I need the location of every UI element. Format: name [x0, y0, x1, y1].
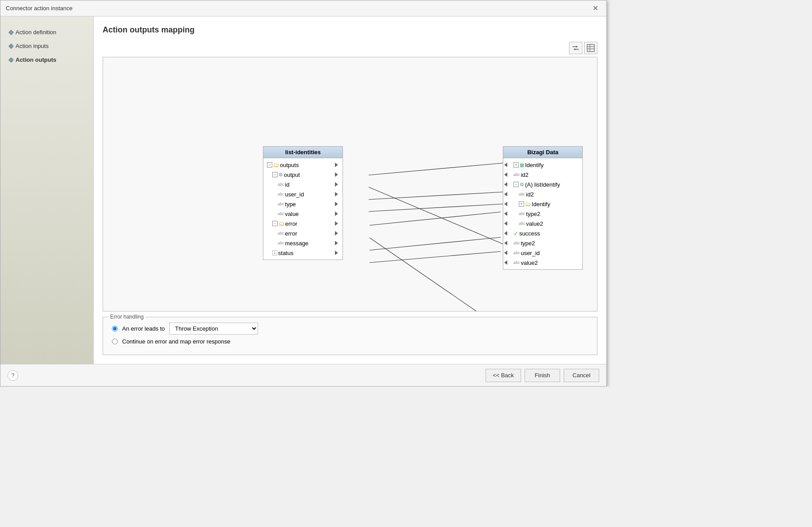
port-arrow — [335, 231, 338, 236]
row-content: abc value — [263, 211, 334, 217]
mapping-inner: list-identities − 🗂 outputs — [103, 57, 597, 311]
row-label: id2 — [521, 172, 528, 178]
port[interactable] — [503, 201, 508, 207]
port-arrow — [504, 202, 507, 206]
finish-button[interactable]: Finish — [525, 369, 560, 382]
expand-icon[interactable]: − — [272, 221, 278, 226]
num-icon: 1 — [272, 250, 277, 256]
abc-icon: abc — [278, 182, 284, 187]
expand-icon[interactable]: − — [272, 172, 278, 177]
table-row: abc type2 — [503, 238, 582, 248]
port[interactable] — [503, 221, 508, 226]
port-arrow — [504, 221, 507, 226]
table-row: abc value — [263, 209, 342, 219]
expand-icon[interactable]: − — [513, 182, 519, 187]
row-content: ✓ success — [510, 230, 579, 237]
svg-marker-3 — [573, 48, 575, 50]
svg-line-10 — [370, 237, 501, 250]
expand-icon[interactable]: − — [267, 162, 272, 168]
port-arrow — [335, 202, 338, 206]
row-content: abc id — [263, 181, 334, 188]
row-content: abc id2 — [510, 191, 579, 198]
row-label: error — [285, 230, 297, 237]
port[interactable] — [334, 240, 339, 246]
row-label: outputs — [280, 162, 299, 168]
port[interactable] — [334, 192, 339, 197]
row-label: type — [285, 201, 296, 208]
port[interactable] — [503, 211, 508, 216]
table-row: abc user_id — [263, 189, 342, 199]
title-bar: Connector action instance ✕ — [0, 0, 606, 16]
grid-icon: ▦ — [520, 162, 524, 168]
table-row: abc id — [263, 180, 342, 189]
main-content: Action outputs mapping — [94, 16, 606, 364]
left-table-header: list-identities — [263, 147, 342, 158]
table-row: ✓ success — [503, 228, 582, 238]
table-row: abc user_id — [503, 248, 582, 258]
port[interactable] — [503, 162, 508, 168]
port-arrow — [335, 192, 338, 196]
port[interactable] — [503, 192, 508, 197]
back-button[interactable]: << Back — [486, 369, 521, 382]
table-row: abc type2 — [503, 209, 582, 219]
abc-icon: abc — [519, 221, 525, 226]
cancel-button[interactable]: Cancel — [564, 369, 599, 382]
row-label: Identify — [532, 201, 550, 208]
row-content: abc value2 — [510, 220, 579, 227]
abc-icon: abc — [513, 172, 520, 177]
error-leads-to-radio[interactable] — [112, 326, 118, 331]
port[interactable] — [334, 221, 339, 226]
svg-line-14 — [369, 192, 503, 200]
port-arrow — [504, 182, 507, 187]
port[interactable] — [503, 250, 508, 256]
svg-line-8 — [370, 212, 501, 225]
port[interactable] — [503, 260, 508, 265]
table-row: + ▦ Identify — [503, 160, 582, 170]
table-row: abc id2 — [503, 170, 582, 180]
port[interactable] — [334, 211, 339, 216]
row-content: 1 status — [263, 250, 334, 256]
expand-icon[interactable]: + — [519, 201, 524, 207]
row-label: (A) listIdentify — [525, 181, 560, 188]
map-view-button[interactable] — [569, 42, 582, 54]
row-label: user_id — [521, 250, 540, 256]
footer-left: ? — [8, 370, 18, 381]
table-row: − 🗂 outputs — [263, 160, 342, 170]
help-button[interactable]: ? — [8, 370, 18, 381]
row-label: user_id — [285, 191, 304, 198]
row-content: abc type — [263, 201, 334, 208]
svg-line-12 — [369, 163, 503, 175]
port[interactable] — [334, 162, 339, 168]
row-label: Identify — [525, 162, 544, 168]
port[interactable] — [334, 201, 339, 207]
sidebar-item-action-inputs[interactable]: Action inputs — [0, 39, 93, 53]
page-title: Action outputs mapping — [103, 25, 597, 35]
port[interactable] — [334, 172, 339, 177]
row-content: abc value2 — [510, 260, 579, 266]
row-content: abc message — [263, 240, 334, 247]
table-row: abc value2 — [503, 219, 582, 228]
port[interactable] — [334, 231, 339, 236]
abc-icon: abc — [519, 212, 525, 216]
port[interactable] — [334, 250, 339, 256]
table-row: abc error — [263, 228, 342, 238]
close-button[interactable]: ✕ — [590, 3, 601, 13]
port[interactable] — [334, 182, 339, 187]
port-arrow — [335, 212, 338, 216]
port[interactable] — [503, 172, 508, 177]
table-view-button[interactable] — [584, 42, 597, 54]
port[interactable] — [503, 182, 508, 187]
row-content: abc error — [263, 230, 334, 237]
throw-exception-dropdown[interactable]: Throw Exception Continue on error — [169, 323, 258, 335]
continue-on-error-radio[interactable] — [112, 339, 118, 344]
dialog-title: Connector action instance — [6, 5, 72, 12]
port-arrow — [504, 192, 507, 196]
expand-icon[interactable]: + — [513, 162, 519, 168]
dropdown-wrapper: Throw Exception Continue on error — [169, 323, 258, 335]
sidebar-item-action-definition[interactable]: Action definition — [0, 25, 93, 39]
sidebar-item-action-outputs[interactable]: Action outputs — [0, 53, 93, 67]
port[interactable] — [503, 240, 508, 246]
port[interactable] — [503, 231, 508, 236]
port-arrow — [335, 172, 338, 177]
row-content: − 🗂 error — [263, 220, 334, 227]
